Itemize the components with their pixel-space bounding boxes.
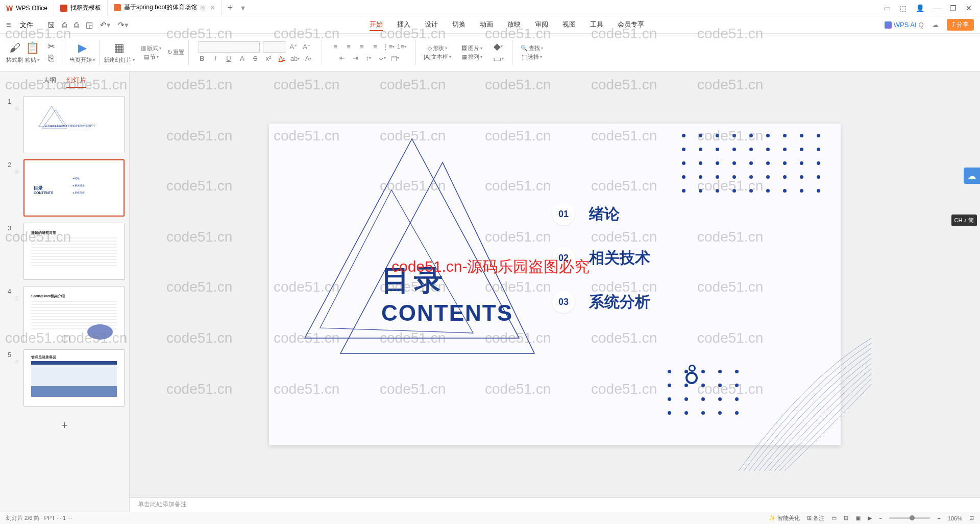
select-button[interactable]: ⬚ 选择▾ bbox=[522, 53, 542, 61]
slides-tab[interactable]: 幻灯片 bbox=[66, 76, 86, 88]
wps-ai-button[interactable]: WPS AIQ bbox=[885, 21, 924, 29]
notes-button[interactable]: ⊞ 备注 bbox=[807, 514, 824, 522]
font-color-button[interactable]: A▾ bbox=[277, 54, 287, 64]
share-button[interactable]: ⤴ 分享 bbox=[947, 19, 974, 31]
zoom-slider[interactable] bbox=[889, 517, 930, 519]
star-icon[interactable]: ☆ bbox=[14, 286, 20, 302]
font-family-select[interactable] bbox=[199, 41, 260, 53]
minimize-icon[interactable]: — bbox=[934, 4, 941, 12]
line-spacing-icon[interactable]: ↕▾ bbox=[363, 53, 374, 63]
add-slide-button[interactable]: + bbox=[4, 413, 125, 438]
hamburger-icon[interactable]: ≡ bbox=[6, 20, 11, 30]
tab-document[interactable]: 基于spring boot的体育场馆◎× bbox=[108, 1, 222, 16]
star-icon[interactable]: ☆ bbox=[14, 96, 20, 112]
outline-tab[interactable]: 大纲 bbox=[43, 76, 56, 88]
notes-bar[interactable]: 单击此处添加备注 bbox=[130, 497, 980, 512]
shape-button[interactable]: ◇ 形状▾ bbox=[428, 44, 447, 52]
arrange-button[interactable]: ▦ 排列▾ bbox=[462, 53, 482, 61]
layout-button[interactable]: ▥ 版式▾ bbox=[141, 44, 161, 52]
reset-button[interactable]: ↻ 重置 bbox=[167, 49, 184, 56]
align-justify-icon[interactable]: ≡ bbox=[370, 42, 380, 52]
close-icon[interactable]: × bbox=[210, 4, 214, 12]
strikethrough-button[interactable]: S bbox=[250, 54, 260, 64]
save-as-icon[interactable]: ⎙ bbox=[62, 20, 67, 30]
star-icon[interactable]: ☆ bbox=[14, 223, 20, 239]
text-direction-icon[interactable]: ⤋▾ bbox=[377, 53, 387, 63]
format-painter-button[interactable]: 🖌格式刷 bbox=[6, 41, 23, 64]
view-reading-icon[interactable]: ▣ bbox=[855, 515, 861, 521]
avatar-icon[interactable]: 👤 bbox=[916, 4, 924, 12]
fill-icon[interactable]: ◆▾ bbox=[493, 41, 504, 52]
zoom-level[interactable]: 106% bbox=[948, 515, 962, 521]
increase-font-icon[interactable]: A⁺ bbox=[288, 42, 299, 52]
numbering-icon[interactable]: 1≡▾ bbox=[397, 42, 407, 52]
tab-insert[interactable]: 插入 bbox=[397, 19, 410, 31]
increase-indent-icon[interactable]: ⇥ bbox=[350, 53, 360, 63]
new-slide-button[interactable]: ▦新建幻灯片▾ bbox=[104, 41, 135, 64]
file-menu[interactable]: 文件 bbox=[16, 20, 37, 30]
bullets-icon[interactable]: ⋮≡▾ bbox=[383, 42, 394, 52]
tab-menu-icon[interactable]: ◎ bbox=[200, 4, 205, 11]
decrease-indent-icon[interactable]: ⇤ bbox=[337, 53, 347, 63]
textbox-button[interactable]: [A] 文本框▾ bbox=[424, 53, 451, 61]
superscript-button[interactable]: x² bbox=[263, 54, 274, 64]
tab-animation[interactable]: 动画 bbox=[480, 19, 493, 31]
smart-beautify-button[interactable]: ✨ 智能美化 bbox=[769, 514, 800, 522]
zoom-out-icon[interactable]: − bbox=[879, 515, 882, 521]
outline-icon[interactable]: ▭▾ bbox=[493, 53, 504, 64]
window-snap-icon[interactable]: ▭ bbox=[884, 4, 891, 12]
undo-icon[interactable]: ↶▾ bbox=[100, 20, 111, 30]
decrease-font-icon[interactable]: A⁻ bbox=[302, 42, 312, 52]
align-center-icon[interactable]: ≡ bbox=[344, 42, 354, 52]
view-slideshow-icon[interactable]: ▶ bbox=[868, 515, 872, 521]
tab-transition[interactable]: 切换 bbox=[452, 19, 465, 31]
slide-thumb-2[interactable]: 目录 CONTENTS ● 绪论 ● 相关技术 ● 系统分析 bbox=[23, 159, 125, 217]
find-button[interactable]: 🔍 查找▾ bbox=[521, 44, 543, 52]
zoom-in-icon[interactable]: + bbox=[937, 515, 940, 521]
picture-button[interactable]: 🖼 图片▾ bbox=[461, 44, 482, 52]
ime-badge[interactable]: CH ♪ 简 bbox=[951, 215, 977, 226]
add-tab-button[interactable]: + bbox=[222, 3, 239, 13]
fit-icon[interactable]: ⊡ bbox=[969, 515, 974, 521]
slide-thumb-4[interactable]: SpringBoot框架介绍 bbox=[23, 286, 125, 343]
tab-start[interactable]: 开始 bbox=[370, 19, 383, 31]
align-right-icon[interactable]: ≡ bbox=[357, 42, 367, 52]
cloud-icon[interactable]: ☁ bbox=[932, 21, 939, 29]
tab-design[interactable]: 设计 bbox=[425, 19, 438, 31]
tab-wps-home[interactable]: WWPS Office bbox=[0, 1, 54, 16]
bold-button[interactable]: B bbox=[197, 54, 207, 64]
strike-button[interactable]: A̶ bbox=[237, 54, 247, 64]
slide-thumb-1[interactable]: 基于spring boot的体育场馆设备预约系统PPT bbox=[23, 96, 125, 153]
close-window-icon[interactable]: ✕ bbox=[966, 4, 972, 12]
cloud-float-button[interactable]: ☁ bbox=[964, 168, 980, 184]
cut-icon[interactable]: ✂ bbox=[45, 41, 57, 52]
tab-member[interactable]: 会员专享 bbox=[618, 19, 644, 31]
highlight-button[interactable]: ab▾ bbox=[290, 54, 300, 64]
save-icon[interactable]: 🖫 bbox=[47, 20, 55, 30]
slide-thumb-3[interactable]: 课题的研究背景 bbox=[23, 223, 125, 280]
view-normal-icon[interactable]: ▭ bbox=[831, 515, 837, 521]
star-icon[interactable]: ☆ bbox=[14, 159, 20, 175]
font-size-select[interactable] bbox=[263, 41, 285, 53]
underline-button[interactable]: U bbox=[224, 54, 234, 64]
section-button[interactable]: ▤ 节▾ bbox=[144, 53, 159, 61]
star-icon[interactable]: ☆ bbox=[14, 349, 20, 365]
align-left-icon[interactable]: ≡ bbox=[330, 42, 340, 52]
print-icon[interactable]: ⎙ bbox=[74, 20, 79, 30]
cube-icon[interactable]: ⬚ bbox=[900, 4, 906, 12]
tabs-dropdown-icon[interactable]: ▾ bbox=[241, 3, 245, 13]
canvas[interactable]: 目录 CONTENTS 01绪论 02相关技术 03系统分析 code51.cn… bbox=[130, 72, 980, 497]
print-preview-icon[interactable]: ◲ bbox=[86, 20, 93, 30]
tab-view[interactable]: 视图 bbox=[562, 19, 576, 31]
slide[interactable]: 目录 CONTENTS 01绪论 02相关技术 03系统分析 code51.cn… bbox=[269, 124, 841, 445]
tab-slideshow[interactable]: 放映 bbox=[507, 19, 521, 31]
tab-review[interactable]: 审阅 bbox=[535, 19, 548, 31]
tab-tools[interactable]: 工具 bbox=[590, 19, 603, 31]
paste-button[interactable]: 📋粘贴▾ bbox=[25, 41, 39, 64]
view-sorter-icon[interactable]: ⊞ bbox=[844, 515, 848, 521]
clear-format-button[interactable]: A▾ bbox=[303, 54, 313, 64]
italic-button[interactable]: I bbox=[210, 54, 220, 64]
align-text-icon[interactable]: ▤▾ bbox=[390, 53, 400, 63]
redo-icon[interactable]: ↷▾ bbox=[118, 20, 129, 30]
tab-templates[interactable]: 找稻壳模板 bbox=[54, 1, 108, 16]
